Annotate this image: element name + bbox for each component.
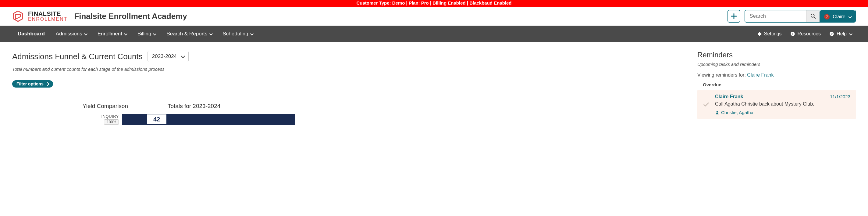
nav-label: Billing bbox=[137, 31, 151, 37]
nav-label: Enrollment bbox=[97, 31, 122, 37]
chevron-down-icon bbox=[124, 31, 126, 37]
svg-text:i: i bbox=[792, 32, 793, 35]
nav-label: Settings bbox=[764, 31, 782, 36]
search-icon bbox=[810, 14, 816, 19]
chevron-down-icon bbox=[181, 53, 184, 59]
nav-label: Search & Reports bbox=[166, 31, 207, 37]
gear-icon bbox=[757, 31, 762, 36]
search-group: 7 Claire bbox=[745, 10, 856, 23]
search-button[interactable] bbox=[806, 10, 819, 22]
stage-percent: 100% bbox=[104, 119, 119, 125]
funnel-chart: Yield Comparison Totals for 2023-2024 IN… bbox=[12, 103, 682, 125]
chevron-down-icon bbox=[848, 14, 851, 20]
reminder-person-link[interactable]: Christie, Agatha bbox=[715, 110, 850, 115]
nav-billing[interactable]: Billing bbox=[132, 26, 161, 42]
nav-scheduling[interactable]: Scheduling bbox=[217, 26, 258, 42]
funnel-row-inquiry: INQUIRY 100% 42 bbox=[12, 114, 682, 125]
year-selector[interactable]: 2023-2024 bbox=[148, 51, 189, 62]
info-icon: i bbox=[790, 31, 795, 36]
nav-label: Help bbox=[837, 31, 847, 36]
reminders-viewing-for: Viewing reminders for: Claire Frank bbox=[697, 72, 856, 78]
brand-line1: FINALSITE bbox=[28, 11, 67, 17]
nav-enrollment[interactable]: Enrollment bbox=[92, 26, 132, 42]
reminder-item[interactable]: Claire Frank 11/1/2023 Call Agatha Chris… bbox=[697, 90, 856, 119]
reminder-date: 11/1/2023 bbox=[830, 94, 850, 100]
user-name: Claire bbox=[833, 14, 845, 20]
environment-banner: Customer Type: Demo | Plan: Pro | Billin… bbox=[0, 0, 868, 7]
person-icon bbox=[715, 110, 719, 115]
reminder-owner[interactable]: Claire Frank bbox=[715, 94, 743, 100]
user-menu[interactable]: 7 Claire bbox=[819, 10, 855, 23]
primary-nav: Dashboard Admissions Enrollment Billing … bbox=[0, 26, 868, 42]
nav-label: Dashboard bbox=[18, 31, 45, 37]
main-column: Admissions Funnel & Current Counts 2023-… bbox=[12, 51, 682, 125]
brand-line2: ENROLLMENT bbox=[28, 17, 67, 22]
total-badge: 42 bbox=[146, 114, 167, 125]
add-button[interactable] bbox=[727, 10, 740, 23]
svg-point-0 bbox=[811, 14, 814, 18]
check-icon bbox=[703, 101, 710, 108]
reminders-panel: Reminders Upcoming tasks and reminders V… bbox=[697, 51, 856, 125]
nav-label: Resources bbox=[798, 31, 821, 36]
stage-label: INQUIRY bbox=[12, 114, 119, 119]
nav-dashboard[interactable]: Dashboard bbox=[12, 26, 50, 42]
complete-check[interactable] bbox=[703, 94, 710, 115]
filter-label: Filter options bbox=[17, 81, 43, 86]
nav-settings[interactable]: Settings bbox=[752, 31, 786, 36]
nav-resources[interactable]: i Resources bbox=[786, 31, 825, 36]
plus-icon bbox=[731, 14, 737, 19]
yield-bar bbox=[122, 114, 146, 125]
nav-admissions[interactable]: Admissions bbox=[50, 26, 92, 42]
brand-text: FINALSITE ENROLLMENT bbox=[28, 11, 67, 22]
year-value: 2023-2024 bbox=[152, 53, 177, 59]
svg-text:?: ? bbox=[831, 32, 833, 35]
funnel-title: Admissions Funnel & Current Counts bbox=[12, 52, 143, 61]
header: FINALSITE ENROLLMENT Finalsite Enrollmen… bbox=[0, 7, 868, 26]
chevron-right-icon bbox=[46, 81, 49, 86]
funnel-subtitle: Total numbers and current counts for eac… bbox=[12, 66, 682, 72]
nav-search-reports[interactable]: Search & Reports bbox=[161, 26, 217, 42]
viewing-prefix: Viewing reminders for: bbox=[697, 72, 747, 78]
totals-bar bbox=[167, 114, 295, 125]
nav-help[interactable]: ? Help bbox=[825, 31, 856, 36]
chevron-down-icon bbox=[250, 31, 253, 37]
nav-label: Admissions bbox=[56, 31, 82, 37]
reminders-subtitle: Upcoming tasks and reminders bbox=[697, 62, 856, 67]
finalsite-logo-icon bbox=[12, 10, 24, 22]
content: Admissions Funnel & Current Counts 2023-… bbox=[0, 42, 868, 133]
totals-header: Totals for 2023-2024 bbox=[137, 103, 682, 110]
chevron-down-icon bbox=[849, 31, 851, 36]
reminder-person-name: Christie, Agatha bbox=[721, 110, 753, 115]
filter-options-button[interactable]: Filter options bbox=[12, 80, 53, 87]
site-title: Finalsite Enrollment Academy bbox=[74, 11, 187, 21]
help-icon: ? bbox=[829, 31, 834, 36]
search-input[interactable] bbox=[745, 10, 806, 22]
reminder-text: Call Agatha Christie back about Mystery … bbox=[715, 101, 850, 107]
chevron-down-icon bbox=[84, 31, 87, 37]
chevron-down-icon bbox=[153, 31, 155, 37]
yield-header: Yield Comparison bbox=[12, 103, 137, 110]
overdue-heading: Overdue bbox=[697, 82, 856, 87]
reminders-title: Reminders bbox=[697, 51, 856, 59]
brand-logo[interactable]: FINALSITE ENROLLMENT bbox=[12, 10, 67, 22]
nav-label: Scheduling bbox=[223, 31, 248, 37]
chevron-down-icon bbox=[209, 31, 212, 37]
viewing-user-link[interactable]: Claire Frank bbox=[747, 72, 774, 78]
notification-badge: 7 bbox=[824, 14, 830, 20]
svg-point-5 bbox=[716, 111, 718, 113]
funnel-header: Admissions Funnel & Current Counts 2023-… bbox=[12, 51, 682, 62]
